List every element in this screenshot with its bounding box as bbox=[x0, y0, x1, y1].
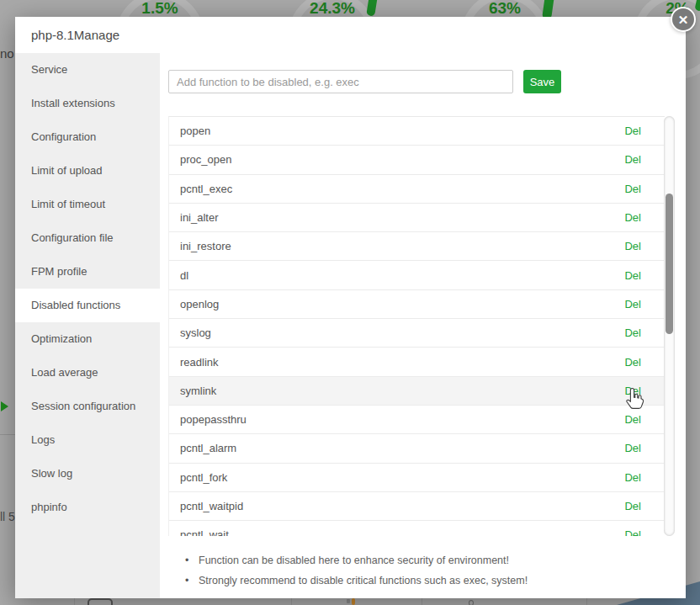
sidebar-item-logs[interactable]: Logs bbox=[15, 423, 160, 457]
background-icon bbox=[469, 600, 474, 605]
function-name: symlink bbox=[180, 385, 216, 397]
function-name: openlog bbox=[180, 298, 219, 310]
function-name: proc_open bbox=[180, 153, 231, 166]
delete-link[interactable]: Del bbox=[624, 442, 641, 454]
background-divider bbox=[586, 598, 587, 605]
function-row: popenDel bbox=[169, 117, 665, 146]
page: 1.5% 24.3% 63% 2% no ll 5 php-8.1Manage … bbox=[0, 0, 700, 605]
function-name: popepassthru bbox=[180, 413, 247, 426]
dialog-title: php-8.1Manage bbox=[31, 28, 119, 42]
gauge-value-2: 24.3% bbox=[310, 0, 355, 18]
function-row: syslogDel bbox=[169, 319, 665, 348]
function-row: pcntl_alarmDel bbox=[169, 434, 665, 463]
sidebar-item-configuration[interactable]: Configuration bbox=[15, 120, 160, 154]
monitor-icon bbox=[88, 598, 113, 605]
function-row: proc_openDel bbox=[169, 146, 665, 174]
delete-link[interactable]: Del bbox=[624, 471, 641, 484]
add-function-input[interactable] bbox=[168, 70, 513, 93]
delete-link[interactable]: Del bbox=[624, 356, 641, 369]
sidebar-item-limit-of-upload[interactable]: Limit of upload bbox=[15, 154, 160, 188]
background-text-fragment: ll 5 bbox=[0, 510, 15, 523]
delete-link[interactable]: Del bbox=[624, 125, 641, 137]
mouse-cursor-hand bbox=[624, 387, 646, 412]
background-divider bbox=[291, 598, 292, 605]
delete-link[interactable]: Del bbox=[624, 528, 641, 536]
delete-link[interactable]: Del bbox=[624, 183, 641, 195]
function-name: pcntl_exec bbox=[180, 183, 232, 195]
save-button[interactable]: Save bbox=[523, 70, 561, 93]
scrollbar[interactable] bbox=[664, 116, 675, 536]
flame-icon bbox=[352, 598, 355, 605]
scrollbar-thumb[interactable] bbox=[666, 194, 673, 334]
delete-link[interactable]: Del bbox=[624, 413, 641, 426]
function-name: ini_restore bbox=[180, 240, 231, 252]
background-divider bbox=[74, 598, 75, 605]
sidebar-item-fpm-profile[interactable]: FPM profile bbox=[15, 255, 160, 289]
function-row: openlogDel bbox=[169, 290, 665, 319]
delete-link[interactable]: Del bbox=[624, 240, 641, 252]
function-list: popenDelproc_openDelpcntl_execDelini_alt… bbox=[168, 116, 665, 536]
delete-link[interactable]: Del bbox=[624, 326, 641, 339]
gauge-value-3: 63% bbox=[489, 0, 521, 18]
sidebar-item-service[interactable]: Service bbox=[15, 53, 160, 87]
delete-link[interactable]: Del bbox=[624, 298, 641, 310]
note-item: Function can be disabled here to enhance… bbox=[185, 550, 528, 571]
background-text-fragment: no bbox=[0, 46, 14, 61]
gauge-value-1: 1.5% bbox=[141, 0, 178, 18]
sidebar-item-optimization[interactable]: Optimization bbox=[15, 322, 160, 356]
function-name: pcntl_alarm bbox=[180, 442, 236, 454]
function-name: ini_alter bbox=[180, 211, 219, 224]
sidebar-item-session-configuration[interactable]: Session configuration bbox=[15, 390, 160, 423]
sidebar-item-limit-of-timeout[interactable]: Limit of timeout bbox=[15, 188, 160, 221]
function-name: pcntl_waitpid bbox=[180, 500, 243, 512]
function-name: popen bbox=[180, 125, 210, 137]
delete-link[interactable]: Del bbox=[624, 500, 641, 512]
delete-link[interactable]: Del bbox=[624, 211, 641, 224]
function-row: ini_alterDel bbox=[169, 204, 665, 232]
background-icon bbox=[347, 599, 350, 603]
sidebar-item-disabled-functions[interactable]: Disabled functions bbox=[15, 289, 160, 322]
function-row: pcntl_waitDel bbox=[169, 521, 665, 536]
close-button[interactable]: ✕ bbox=[671, 7, 696, 32]
function-row: symlinkDel bbox=[169, 377, 665, 406]
gauge-progress-arc bbox=[366, 0, 378, 17]
php-manage-dialog: php-8.1Manage ✕ ServiceInstall extension… bbox=[15, 17, 686, 598]
close-icon: ✕ bbox=[678, 13, 689, 26]
delete-link[interactable]: Del bbox=[624, 153, 641, 166]
function-row: pcntl_forkDel bbox=[169, 464, 665, 492]
sidebar: ServiceInstall extensionsConfigurationLi… bbox=[15, 53, 160, 598]
function-row: popepassthruDel bbox=[169, 406, 665, 434]
function-row: pcntl_waitpidDel bbox=[169, 492, 665, 521]
notes-list: Function can be disabled here to enhance… bbox=[185, 550, 528, 591]
background-divider bbox=[0, 434, 15, 435]
function-name: pcntl_wait bbox=[180, 528, 229, 536]
sidebar-item-load-average[interactable]: Load average bbox=[15, 356, 160, 390]
sidebar-item-phpinfo[interactable]: phpinfo bbox=[15, 491, 160, 524]
function-name: readlink bbox=[180, 356, 219, 369]
sidebar-item-configuration-file[interactable]: Configuration file bbox=[15, 221, 160, 255]
function-row: dlDel bbox=[169, 261, 665, 289]
function-name: pcntl_fork bbox=[180, 471, 227, 484]
function-name: syslog bbox=[180, 326, 211, 339]
function-row: readlinkDel bbox=[169, 348, 665, 376]
note-item: Strongly recommend to disable critical f… bbox=[185, 571, 528, 591]
function-row: ini_restoreDel bbox=[169, 232, 665, 261]
background-divider bbox=[422, 598, 422, 605]
play-icon bbox=[1, 401, 8, 411]
delete-link[interactable]: Del bbox=[624, 269, 641, 282]
function-row: pcntl_execDel bbox=[169, 175, 665, 204]
sidebar-item-slow-log[interactable]: Slow log bbox=[15, 457, 160, 491]
function-name: dl bbox=[180, 269, 188, 282]
sidebar-item-install-extensions[interactable]: Install extensions bbox=[15, 87, 160, 120]
